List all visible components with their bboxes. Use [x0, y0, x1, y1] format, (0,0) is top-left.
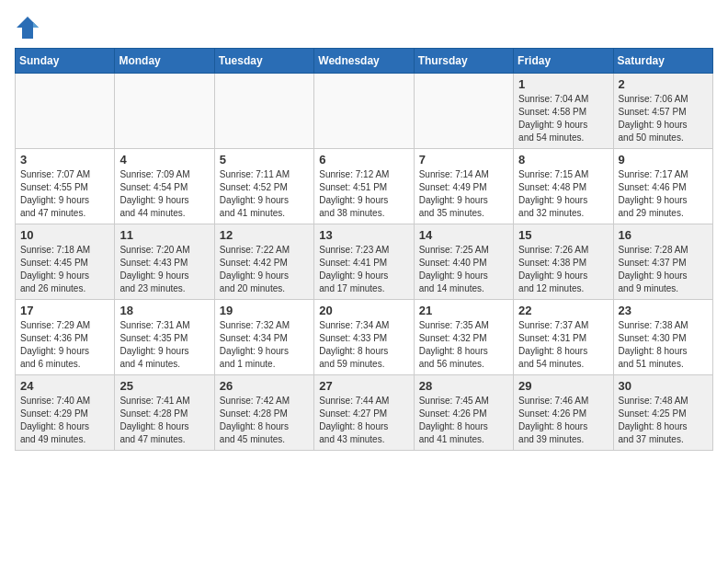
calendar-cell: 19Sunrise: 7:32 AM Sunset: 4:34 PM Dayli…	[214, 300, 313, 375]
logo-icon	[15, 15, 40, 40]
day-info: Sunrise: 7:40 AM Sunset: 4:29 PM Dayligh…	[20, 395, 109, 446]
svg-marker-1	[33, 22, 39, 28]
calendar-cell: 27Sunrise: 7:44 AM Sunset: 4:27 PM Dayli…	[314, 375, 414, 451]
day-number: 19	[220, 304, 309, 317]
day-number: 1	[518, 77, 608, 91]
calendar-cell: 8Sunrise: 7:15 AM Sunset: 4:48 PM Daylig…	[514, 149, 613, 224]
calendar-header-row: SundayMondayTuesdayWednesdayThursdayFrid…	[16, 49, 713, 74]
day-info: Sunrise: 7:12 AM Sunset: 4:51 PM Dayligh…	[319, 168, 408, 220]
day-info: Sunrise: 7:15 AM Sunset: 4:48 PM Dayligh…	[518, 168, 608, 220]
day-info: Sunrise: 7:14 AM Sunset: 4:49 PM Dayligh…	[419, 168, 508, 220]
day-number: 30	[619, 379, 708, 393]
day-number: 13	[319, 228, 408, 242]
day-number: 24	[20, 379, 109, 393]
day-info: Sunrise: 7:37 AM Sunset: 4:31 PM Dayligh…	[518, 319, 608, 371]
calendar-cell: 12Sunrise: 7:22 AM Sunset: 4:42 PM Dayli…	[214, 224, 313, 300]
day-info: Sunrise: 7:41 AM Sunset: 4:28 PM Dayligh…	[119, 395, 209, 446]
col-header-tuesday: Tuesday	[214, 49, 313, 74]
calendar-cell: 17Sunrise: 7:29 AM Sunset: 4:36 PM Dayli…	[16, 300, 115, 375]
day-info: Sunrise: 7:45 AM Sunset: 4:26 PM Dayligh…	[419, 395, 508, 446]
day-number: 14	[419, 228, 508, 242]
calendar-cell: 6Sunrise: 7:12 AM Sunset: 4:51 PM Daylig…	[314, 149, 414, 224]
calendar-cell: 1Sunrise: 7:04 AM Sunset: 4:58 PM Daylig…	[514, 74, 613, 149]
calendar-cell	[16, 74, 115, 149]
day-number: 10	[20, 228, 109, 242]
day-info: Sunrise: 7:11 AM Sunset: 4:52 PM Dayligh…	[220, 168, 309, 220]
day-info: Sunrise: 7:25 AM Sunset: 4:40 PM Dayligh…	[419, 244, 508, 295]
col-header-sunday: Sunday	[16, 49, 115, 74]
col-header-monday: Monday	[115, 49, 214, 74]
day-number: 2	[619, 77, 708, 91]
day-info: Sunrise: 7:38 AM Sunset: 4:30 PM Dayligh…	[619, 319, 708, 371]
calendar-cell	[414, 74, 513, 149]
page-header	[15, 15, 713, 40]
calendar-cell: 14Sunrise: 7:25 AM Sunset: 4:40 PM Dayli…	[414, 224, 513, 300]
calendar-cell: 18Sunrise: 7:31 AM Sunset: 4:35 PM Dayli…	[115, 300, 214, 375]
day-number: 4	[119, 153, 209, 167]
day-info: Sunrise: 7:06 AM Sunset: 4:57 PM Dayligh…	[619, 93, 708, 144]
day-info: Sunrise: 7:32 AM Sunset: 4:34 PM Dayligh…	[220, 319, 309, 371]
calendar-week-row: 10Sunrise: 7:18 AM Sunset: 4:45 PM Dayli…	[16, 224, 713, 300]
calendar-week-row: 1Sunrise: 7:04 AM Sunset: 4:58 PM Daylig…	[16, 74, 713, 149]
day-number: 6	[319, 153, 408, 167]
day-info: Sunrise: 7:31 AM Sunset: 4:35 PM Dayligh…	[119, 319, 209, 371]
calendar-cell: 16Sunrise: 7:28 AM Sunset: 4:37 PM Dayli…	[613, 224, 712, 300]
col-header-saturday: Saturday	[613, 49, 712, 74]
calendar-cell: 7Sunrise: 7:14 AM Sunset: 4:49 PM Daylig…	[414, 149, 513, 224]
day-info: Sunrise: 7:23 AM Sunset: 4:41 PM Dayligh…	[319, 244, 408, 295]
day-number: 22	[518, 304, 608, 317]
calendar-cell: 3Sunrise: 7:07 AM Sunset: 4:55 PM Daylig…	[16, 149, 115, 224]
day-info: Sunrise: 7:09 AM Sunset: 4:54 PM Dayligh…	[119, 168, 209, 220]
day-number: 12	[220, 228, 309, 242]
calendar-cell: 10Sunrise: 7:18 AM Sunset: 4:45 PM Dayli…	[16, 224, 115, 300]
calendar-cell	[115, 74, 214, 149]
day-info: Sunrise: 7:34 AM Sunset: 4:33 PM Dayligh…	[319, 319, 408, 371]
calendar-cell	[214, 74, 313, 149]
calendar-cell: 15Sunrise: 7:26 AM Sunset: 4:38 PM Dayli…	[514, 224, 613, 300]
day-number: 27	[319, 379, 408, 393]
calendar-cell: 23Sunrise: 7:38 AM Sunset: 4:30 PM Dayli…	[613, 300, 712, 375]
day-number: 25	[119, 379, 209, 393]
calendar-cell: 9Sunrise: 7:17 AM Sunset: 4:46 PM Daylig…	[613, 149, 712, 224]
day-number: 28	[419, 379, 508, 393]
day-number: 8	[518, 153, 608, 167]
day-number: 15	[518, 228, 608, 242]
calendar-cell: 11Sunrise: 7:20 AM Sunset: 4:43 PM Dayli…	[115, 224, 214, 300]
day-number: 3	[20, 153, 109, 167]
calendar-cell: 5Sunrise: 7:11 AM Sunset: 4:52 PM Daylig…	[214, 149, 313, 224]
day-info: Sunrise: 7:22 AM Sunset: 4:42 PM Dayligh…	[220, 244, 309, 295]
day-info: Sunrise: 7:28 AM Sunset: 4:37 PM Dayligh…	[619, 244, 708, 295]
day-number: 7	[419, 153, 508, 167]
day-number: 9	[619, 153, 708, 167]
day-info: Sunrise: 7:04 AM Sunset: 4:58 PM Dayligh…	[518, 93, 608, 144]
day-info: Sunrise: 7:35 AM Sunset: 4:32 PM Dayligh…	[419, 319, 508, 371]
calendar-cell: 13Sunrise: 7:23 AM Sunset: 4:41 PM Dayli…	[314, 224, 414, 300]
day-number: 18	[119, 304, 209, 317]
calendar-week-row: 3Sunrise: 7:07 AM Sunset: 4:55 PM Daylig…	[16, 149, 713, 224]
day-number: 16	[619, 228, 708, 242]
logo	[15, 15, 44, 40]
day-info: Sunrise: 7:46 AM Sunset: 4:26 PM Dayligh…	[518, 395, 608, 446]
day-number: 20	[319, 304, 408, 317]
calendar-cell: 4Sunrise: 7:09 AM Sunset: 4:54 PM Daylig…	[115, 149, 214, 224]
day-info: Sunrise: 7:42 AM Sunset: 4:28 PM Dayligh…	[220, 395, 309, 446]
day-info: Sunrise: 7:17 AM Sunset: 4:46 PM Dayligh…	[619, 168, 708, 220]
col-header-thursday: Thursday	[414, 49, 513, 74]
day-number: 17	[20, 304, 109, 317]
day-info: Sunrise: 7:26 AM Sunset: 4:38 PM Dayligh…	[518, 244, 608, 295]
calendar-cell: 21Sunrise: 7:35 AM Sunset: 4:32 PM Dayli…	[414, 300, 513, 375]
day-number: 23	[619, 304, 708, 317]
calendar-table: SundayMondayTuesdayWednesdayThursdayFrid…	[15, 48, 713, 451]
calendar-cell: 26Sunrise: 7:42 AM Sunset: 4:28 PM Dayli…	[214, 375, 313, 451]
day-number: 29	[518, 379, 608, 393]
day-info: Sunrise: 7:48 AM Sunset: 4:25 PM Dayligh…	[619, 395, 708, 446]
calendar-cell: 25Sunrise: 7:41 AM Sunset: 4:28 PM Dayli…	[115, 375, 214, 451]
day-info: Sunrise: 7:20 AM Sunset: 4:43 PM Dayligh…	[119, 244, 209, 295]
day-info: Sunrise: 7:29 AM Sunset: 4:36 PM Dayligh…	[20, 319, 109, 371]
calendar-week-row: 17Sunrise: 7:29 AM Sunset: 4:36 PM Dayli…	[16, 300, 713, 375]
day-info: Sunrise: 7:44 AM Sunset: 4:27 PM Dayligh…	[319, 395, 408, 446]
col-header-wednesday: Wednesday	[314, 49, 414, 74]
calendar-cell: 29Sunrise: 7:46 AM Sunset: 4:26 PM Dayli…	[514, 375, 613, 451]
calendar-cell: 30Sunrise: 7:48 AM Sunset: 4:25 PM Dayli…	[613, 375, 712, 451]
day-number: 11	[119, 228, 209, 242]
